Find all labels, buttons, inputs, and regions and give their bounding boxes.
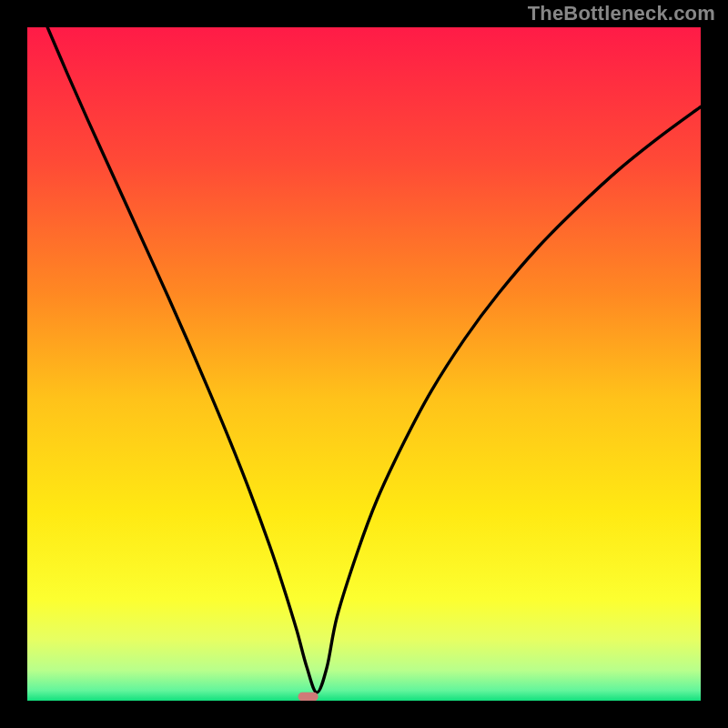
minimum-marker	[298, 693, 318, 701]
chart-frame: TheBottleneck.com	[0, 0, 728, 728]
watermark-text: TheBottleneck.com	[528, 2, 715, 25]
plot-area	[27, 27, 701, 701]
curve-layer	[27, 27, 701, 701]
bottleneck-curve	[47, 27, 701, 693]
